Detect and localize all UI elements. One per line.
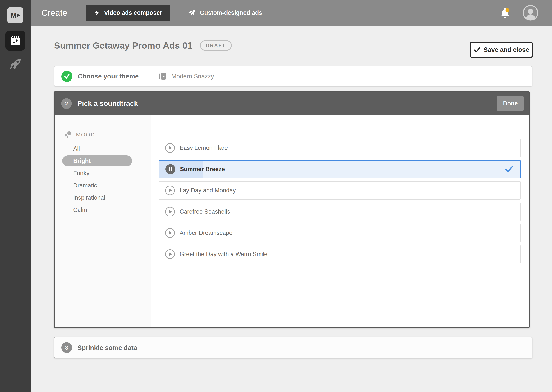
step1-choose-theme-card[interactable]: Choose your theme Modern Snazzy xyxy=(54,66,532,86)
track-title: Carefree Seashells xyxy=(180,208,230,215)
theme-thumbnail-icon xyxy=(158,72,167,81)
app-sidebar: M xyxy=(0,0,31,392)
mood-filter-panel: MOOD All Bright Funky Dramatic Inspirati… xyxy=(55,115,151,327)
selected-check-icon xyxy=(505,166,513,173)
track-row-selected[interactable]: Summer Breeze xyxy=(159,160,521,178)
track-title: Greet the Day with a Warm Smile xyxy=(180,251,268,258)
mood-label: MOOD xyxy=(76,132,95,138)
track-panel: Easy Lemon Flare Summer Breeze xyxy=(151,115,529,327)
logo-letter: M xyxy=(11,11,16,19)
mood-filter-all[interactable]: All xyxy=(55,143,151,155)
paper-plane-icon xyxy=(187,9,196,17)
step1-title: Choose your theme xyxy=(78,73,138,80)
save-and-close-button[interactable]: Save and close xyxy=(470,42,533,58)
selected-theme: Modern Snazzy xyxy=(158,66,214,86)
track-title: Summer Breeze xyxy=(180,166,225,173)
mood-filter-bright[interactable]: Bright xyxy=(62,155,132,166)
track-row[interactable]: Carefree Seashells xyxy=(159,203,521,221)
track-row[interactable]: Amber Dreamscape xyxy=(159,224,521,242)
track-list: Easy Lemon Flare Summer Breeze xyxy=(159,139,521,266)
play-button[interactable] xyxy=(165,185,175,196)
rocket-icon xyxy=(9,57,22,71)
track-title: Amber Dreamscape xyxy=(180,230,232,236)
lightning-bolt-icon xyxy=(94,9,100,17)
tab-custom-designed-ads[interactable]: Custom-designed ads xyxy=(187,9,262,17)
play-button[interactable] xyxy=(165,207,175,217)
header-actions xyxy=(500,5,538,21)
step-complete-icon xyxy=(61,71,73,82)
header-title: Create xyxy=(41,8,67,18)
tab-video-ads-composer[interactable]: Video ads composer xyxy=(86,5,170,21)
page-head: Summer Getaway Promo Ads 01 DRAFT xyxy=(54,40,232,51)
app-logo[interactable]: M xyxy=(7,7,23,23)
notification-dot xyxy=(505,8,509,12)
mood-filter-inspirational[interactable]: Inspirational xyxy=(55,192,151,204)
mood-filter-dramatic[interactable]: Dramatic xyxy=(55,179,151,192)
track-row[interactable]: Greet the Day with a Warm Smile xyxy=(159,245,521,263)
step2-number: 2 xyxy=(61,98,72,109)
step3-sprinkle-data-card[interactable]: 3 Sprinkle some data xyxy=(54,337,532,358)
tab-label: Custom-designed ads xyxy=(200,9,262,16)
sidebar-item-launch[interactable] xyxy=(9,57,22,71)
play-button[interactable] xyxy=(165,249,175,259)
done-button[interactable]: Done xyxy=(497,96,524,112)
top-header: Create Video ads composer Custom-designe… xyxy=(31,0,552,26)
clapperboard-sparkle-icon xyxy=(10,35,21,46)
step2-header: 2 Pick a soundtrack Done xyxy=(55,92,529,115)
notifications-button[interactable] xyxy=(500,7,511,19)
mood-dots-icon xyxy=(64,131,72,139)
step3-title: Sprinkle some data xyxy=(77,344,137,351)
save-label: Save and close xyxy=(484,46,529,53)
track-row[interactable]: Easy Lemon Flare xyxy=(159,139,521,157)
play-button[interactable] xyxy=(165,143,175,153)
status-badge: DRAFT xyxy=(200,40,232,51)
tab-label: Video ads composer xyxy=(104,9,162,16)
page-title: Summer Getaway Promo Ads 01 xyxy=(54,40,192,51)
track-title: Easy Lemon Flare xyxy=(180,145,228,151)
step2-pick-soundtrack-panel: 2 Pick a soundtrack Done MOOD All Bright… xyxy=(54,91,530,328)
pause-button[interactable] xyxy=(165,164,175,174)
mood-head: MOOD xyxy=(64,131,95,139)
check-icon xyxy=(474,46,480,53)
mood-filter-calm[interactable]: Calm xyxy=(55,204,151,216)
track-row[interactable]: Lay Day and Monday xyxy=(159,181,521,200)
step2-title: Pick a soundtrack xyxy=(77,99,138,108)
play-button[interactable] xyxy=(165,228,175,238)
sidebar-item-video-ads[interactable] xyxy=(5,31,25,50)
logo-play-icon xyxy=(17,13,20,17)
step2-body: MOOD All Bright Funky Dramatic Inspirati… xyxy=(55,115,529,327)
theme-name: Modern Snazzy xyxy=(171,73,214,80)
user-avatar[interactable] xyxy=(523,5,538,21)
step3-number: 3 xyxy=(61,342,72,353)
mood-filter-funky[interactable]: Funky xyxy=(55,167,151,179)
mood-filter-list: All Bright Funky Dramatic Inspirational … xyxy=(55,143,151,216)
track-title: Lay Day and Monday xyxy=(180,187,236,194)
